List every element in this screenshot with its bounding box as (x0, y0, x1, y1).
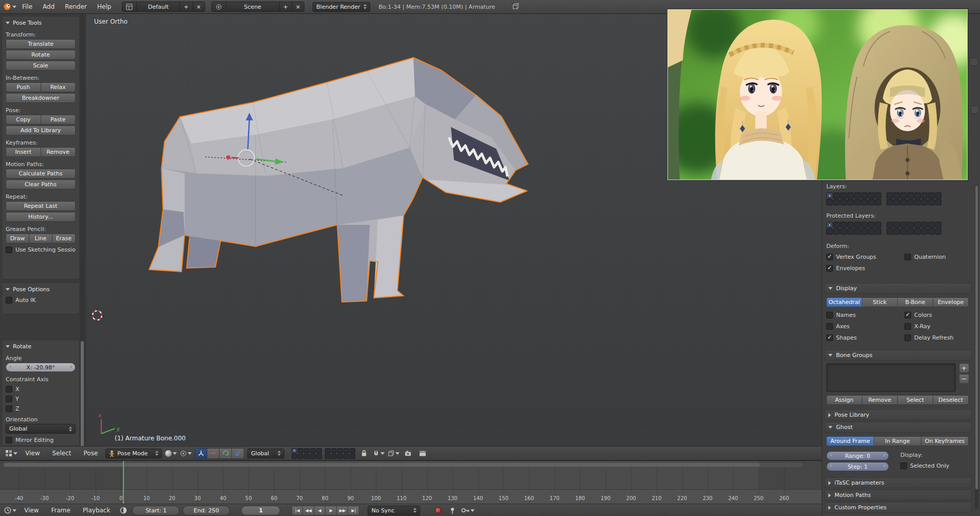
menu-help[interactable]: Help (93, 0, 116, 13)
envelopes-row[interactable]: Envelopes (826, 265, 865, 272)
layer-toggle[interactable] (861, 228, 868, 235)
layer-toggle[interactable] (868, 199, 875, 205)
viewport-layer-toggle[interactable] (350, 454, 355, 459)
vertex-groups-checkbox[interactable] (826, 254, 833, 260)
tool-shelf-scrollbar[interactable] (80, 14, 84, 446)
slider-right-arrow-icon[interactable]: › (70, 364, 72, 369)
scrollbar-thumb[interactable] (975, 186, 978, 489)
names-checkbox[interactable] (826, 312, 833, 318)
menu-add[interactable]: Add (38, 0, 59, 13)
layer-toggle[interactable] (886, 228, 893, 235)
snap-element-button[interactable] (388, 448, 400, 459)
layer-toggle[interactable] (826, 228, 833, 235)
scale-button[interactable]: Scale (6, 61, 76, 70)
layer-toggle[interactable] (847, 222, 854, 228)
assign-button[interactable]: Assign (826, 395, 862, 405)
octahedral-button[interactable]: Octahedral (826, 297, 862, 307)
remove-bone-group-button[interactable]: − (959, 374, 969, 384)
layer-toggle[interactable] (847, 192, 854, 199)
layer-toggle[interactable] (840, 228, 847, 235)
timeline-editor-type-button[interactable] (4, 505, 16, 516)
layer-toggle[interactable] (908, 228, 914, 235)
transform-orientation-dropdown[interactable]: Global (247, 449, 284, 458)
clear-paths-button[interactable]: Clear Paths (6, 180, 76, 189)
repeat-last-button[interactable]: Repeat Last (6, 201, 76, 211)
viewport-layer-toggle[interactable] (331, 454, 337, 459)
layer-toggle[interactable] (900, 228, 907, 235)
ghost-step-slider[interactable]: ‹ Step: 1 › (826, 462, 889, 471)
motion-paths-panel-header[interactable]: Motion Paths (824, 490, 972, 501)
layer-toggle[interactable] (928, 199, 935, 205)
vertex-groups-row[interactable]: Vertex Groups (826, 254, 876, 260)
rotate-manipulator-button[interactable] (220, 448, 232, 459)
tl-menu-playback[interactable]: Playback (78, 504, 115, 516)
use-sketching-checkbox[interactable] (6, 246, 12, 253)
layer-toggle[interactable] (854, 222, 861, 228)
layer-toggle[interactable] (935, 222, 942, 228)
manipulator-toggle-button[interactable] (195, 448, 207, 459)
layer-toggle[interactable] (840, 199, 847, 205)
colors-checkbox[interactable] (904, 312, 911, 318)
axis-y-checkbox[interactable] (6, 396, 12, 402)
axis-x-row[interactable]: X (6, 386, 76, 393)
layer-toggle[interactable] (868, 192, 875, 199)
lock-camera-button[interactable] (358, 448, 370, 459)
breakdowner-button[interactable]: Breakdowner (6, 93, 76, 103)
properties-scrollbar[interactable] (975, 185, 978, 509)
envelopes-checkbox[interactable] (826, 265, 833, 272)
itasc-panel-header[interactable]: iTaSC parameters (824, 477, 972, 488)
layer-toggle[interactable] (935, 192, 942, 199)
layer-toggle[interactable] (840, 192, 847, 199)
selected-only-row[interactable]: Selected Only (900, 462, 969, 469)
axis-z-checkbox[interactable] (6, 405, 12, 412)
axes-row[interactable]: Axes (826, 323, 849, 330)
layer-toggle[interactable] (928, 228, 935, 235)
slider-right-arrow-icon[interactable]: › (883, 452, 885, 458)
layer-toggle[interactable] (908, 222, 914, 228)
paste-pose-button[interactable]: Paste (41, 115, 76, 124)
layer-toggle[interactable] (921, 222, 928, 228)
viewport-layer-toggle[interactable] (350, 448, 355, 453)
editor-type-button[interactable] (5, 448, 17, 459)
layer-toggle[interactable] (826, 192, 833, 199)
axis-z-row[interactable]: Z (6, 405, 76, 412)
viewport-shading-button[interactable] (165, 448, 177, 459)
layer-toggle[interactable] (833, 228, 840, 235)
around-frame-button[interactable]: Around Frame (826, 436, 874, 446)
playback-button-4[interactable]: ▶▶ (337, 506, 348, 515)
playback-button-2[interactable]: ◀ (314, 506, 325, 515)
gp-erase-button[interactable]: Erase (52, 234, 76, 243)
slider-left-arrow-icon[interactable]: ‹ (9, 364, 11, 369)
current-frame-field[interactable]: 1 (241, 506, 280, 515)
viewport-layer-toggle[interactable] (331, 448, 337, 453)
layer-toggle[interactable] (826, 222, 833, 228)
layer-toggle[interactable] (861, 199, 868, 205)
display-panel-header[interactable]: Display (824, 283, 972, 294)
tl-menu-frame[interactable]: Frame (46, 504, 75, 516)
vp-menu-select[interactable]: Select (47, 447, 76, 460)
slider-right-arrow-icon[interactable]: › (883, 463, 885, 469)
layer-toggle[interactable] (894, 192, 900, 199)
viewport-layer-toggle[interactable] (337, 454, 343, 459)
selected-only-checkbox[interactable] (900, 462, 907, 469)
stick-button[interactable]: Stick (862, 297, 898, 307)
layer-toggle[interactable] (847, 199, 854, 205)
layer-toggle[interactable] (894, 222, 900, 228)
layer-toggle[interactable] (886, 222, 893, 228)
armature-model[interactable] (149, 58, 528, 302)
viewport-layer-toggle[interactable] (316, 454, 322, 459)
push-button[interactable]: Push (6, 82, 41, 92)
layer-toggle[interactable] (894, 228, 900, 235)
layer-toggle[interactable] (886, 192, 893, 199)
delay-refresh-checkbox[interactable] (904, 334, 911, 341)
mirror-row[interactable]: Mirror Editing (6, 437, 76, 443)
quaternion-row[interactable]: Quaternion (904, 254, 946, 260)
sync-dropdown[interactable]: No Sync (368, 506, 420, 515)
layer-toggle[interactable] (875, 222, 882, 228)
viewport-layer-toggle[interactable] (304, 454, 310, 459)
remove-button[interactable]: Remove (862, 395, 898, 405)
angle-slider[interactable]: ‹ X: -20.98° › (6, 363, 76, 372)
current-frame-line[interactable] (123, 461, 124, 504)
timeline-canvas[interactable]: -40-30-20-100102030405060708090100110120… (0, 461, 822, 504)
ghost-panel-header[interactable]: Ghost (824, 422, 972, 433)
